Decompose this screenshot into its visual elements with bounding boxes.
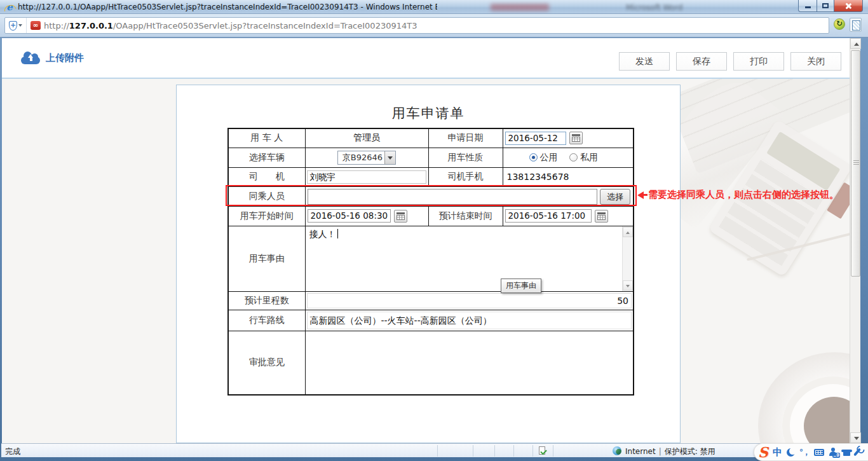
table-row: 用车开始时间 2016-05-16 08:30 预计结束时间 2016-05-1…	[228, 206, 634, 226]
ime-language-icon[interactable]: 中	[773, 446, 782, 458]
browser-viewport: 上传附件 发送 保存 打印 关闭 用车申请单 用 车 人 管理员	[2, 38, 850, 443]
ime-user-icon[interactable]: 20	[829, 448, 837, 457]
apply-date-calendar-icon[interactable]	[569, 132, 583, 144]
approval-cell	[305, 331, 634, 395]
driver-label: 司 机	[228, 167, 305, 186]
cloud-upload-icon	[21, 52, 40, 64]
table-row: 司 机 刘晓宇 司机手机 13812345678	[228, 167, 634, 186]
annotation-arrow-tail	[643, 194, 648, 196]
end-time-calendar-icon[interactable]	[595, 210, 608, 223]
end-time-label: 预计结束时间	[428, 206, 503, 226]
scrollbar-up-icon[interactable]	[850, 38, 861, 49]
route-input[interactable]: 高新园区（公司）--火车站--高新园区（公司）	[307, 312, 632, 329]
passenger-select-button[interactable]: 选择	[600, 189, 630, 205]
ime-keyboard-icon[interactable]	[814, 449, 824, 456]
mileage-label: 预计里程数	[228, 291, 305, 310]
vehicle-request-table: 用 车 人 管理员 申请日期 2016-05-12 选择车辆 京B92646 用…	[227, 128, 634, 396]
passenger-label: 同乘人员	[228, 186, 305, 206]
go-refresh-button[interactable]	[834, 18, 845, 30]
upload-attachment-label: 上传附件	[46, 52, 84, 64]
zone-text: Internet|保护模式: 禁用	[625, 446, 715, 457]
cup-photo	[782, 376, 850, 443]
address-bar: + ∞ http://127.0.0.1/OAapp/HtTrace0503Se…	[0, 14, 868, 38]
calculator-display	[766, 132, 840, 191]
ime-punctuation-icon[interactable]: °，	[799, 447, 810, 458]
tooltip: 用车事由	[501, 279, 541, 293]
table-row: 用 车 人 管理员 申请日期 2016-05-12	[228, 128, 634, 148]
site-favicon: ∞	[31, 21, 41, 30]
smartscreen-button[interactable]: +	[5, 18, 27, 33]
ime-settings-icon[interactable]	[853, 448, 861, 456]
scroll-up-icon[interactable]	[623, 227, 633, 237]
driver-input[interactable]: 刘晓宇	[307, 170, 426, 184]
reason-text: 接人！	[309, 229, 336, 239]
url-domain: 127.0.0.1	[69, 21, 113, 31]
annotation-text: 需要选择同乘人员，则点击右侧的选择按钮。	[648, 189, 839, 201]
user-value: 管理员	[305, 128, 428, 148]
table-row: 行车路线 高新园区（公司）--火车站--高新园区（公司）	[228, 310, 634, 331]
end-time-input[interactable]: 2016-05-16 17:00	[505, 209, 592, 223]
vehicle-select-arrow-icon[interactable]	[384, 151, 395, 164]
upload-attachment-link[interactable]: 上传附件	[21, 50, 84, 66]
form-card: 用车申请单 用 车 人 管理员 申请日期 2016-05-12 选择车辆 京B9…	[176, 85, 681, 443]
send-button[interactable]: 发送	[619, 52, 670, 71]
apply-date-input[interactable]: 2016-05-12	[505, 132, 566, 145]
table-row: 用车事由 接人！	[228, 226, 634, 291]
approval-label: 审批意见	[228, 331, 305, 395]
title-bar: e http://127.0.0.1/OAapp/HtTrace0503Serv…	[0, 0, 868, 14]
start-time-calendar-icon[interactable]	[394, 210, 407, 223]
radio-public[interactable]	[529, 153, 538, 162]
background-window-title: Microsoft Word	[626, 3, 682, 12]
table-row: 预计里程数 50	[228, 291, 634, 310]
scrollbar-down-icon[interactable]	[850, 432, 861, 443]
reason-scrollbar[interactable]	[622, 226, 633, 291]
print-button[interactable]: 打印	[733, 52, 784, 71]
status-bar: 完成 Internet|保护模式: 禁用	[1, 443, 867, 457]
reason-textarea[interactable]: 接人！	[306, 226, 634, 291]
scrollbar-thumb[interactable]	[851, 50, 860, 277]
mileage-input[interactable]: 50	[307, 293, 632, 308]
driver-phone-value[interactable]: 13812345678	[503, 167, 634, 186]
saucer-photo	[758, 352, 850, 443]
page-toolbar: 上传附件 发送 保存 打印 关闭	[2, 38, 850, 79]
close-page-button[interactable]: 关闭	[790, 52, 841, 71]
radio-public-label: 公用	[540, 152, 558, 162]
page-check-icon	[539, 446, 545, 455]
table-row: 审批意见	[228, 331, 634, 395]
vertical-scrollbar[interactable]	[850, 38, 860, 443]
scroll-down-icon[interactable]	[623, 280, 633, 291]
url-input[interactable]: + ∞ http://127.0.0.1/OAapp/HtTrace0503Se…	[4, 17, 829, 34]
text-cursor	[337, 229, 338, 238]
pencil-photo	[747, 232, 850, 261]
radio-private[interactable]	[569, 153, 578, 162]
user-label: 用 车 人	[228, 128, 305, 148]
keyboard-photo	[667, 79, 850, 174]
compatibility-view-button[interactable]	[850, 18, 862, 32]
maximize-icon	[822, 3, 829, 8]
start-time-input[interactable]: 2016-05-16 08:30	[308, 209, 391, 223]
nature-label: 用车性质	[428, 148, 503, 167]
window-title: http://127.0.0.1/OAapp/HtTrace0503Servle…	[18, 3, 437, 11]
minimize-button[interactable]	[798, 0, 817, 12]
maximize-button[interactable]	[817, 0, 834, 12]
passenger-input[interactable]	[308, 189, 597, 205]
apply-date-label: 申请日期	[428, 128, 503, 148]
ime-toolbar[interactable]: S 中 °， 20	[754, 443, 868, 461]
ime-fullhalf-moon-icon[interactable]	[787, 448, 795, 457]
url-scheme: http://	[44, 21, 69, 31]
close-window-button[interactable]	[834, 0, 863, 12]
url-path: /OAapp/HtTrace0503Servlet.jsp?traceInsta…	[113, 21, 417, 31]
calculator-keys	[719, 159, 824, 266]
ime-skin-icon[interactable]	[842, 448, 851, 456]
save-button[interactable]: 保存	[676, 52, 727, 71]
ie-icon: e	[4, 2, 15, 12]
coffee-photo	[804, 397, 850, 443]
route-label: 行车路线	[228, 310, 305, 331]
sogou-logo-icon[interactable]: S	[758, 445, 768, 459]
ie-window: { "window": { "title": "http://127.0.0.1…	[0, 0, 868, 461]
reason-label: 用车事由	[228, 226, 305, 291]
vehicle-select[interactable]: 京B92646	[337, 151, 396, 165]
vehicle-select-value: 京B92646	[338, 151, 384, 164]
url-text: http://127.0.0.1/OAapp/HtTrace0503Servle…	[44, 21, 417, 31]
vehicle-label: 选择车辆	[228, 148, 305, 167]
